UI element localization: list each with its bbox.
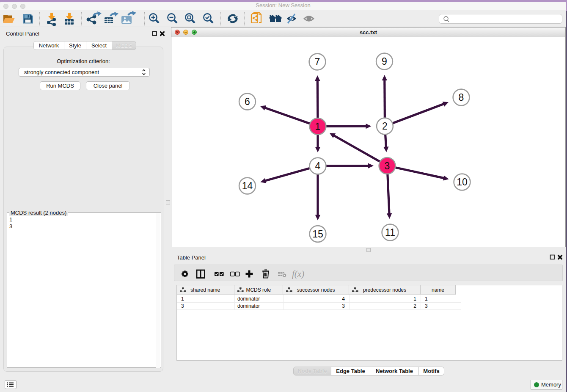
svg-text:1: 1 xyxy=(315,121,321,132)
svg-text:11: 11 xyxy=(385,227,395,238)
svg-text:4: 4 xyxy=(315,160,321,171)
svg-text:2: 2 xyxy=(382,121,388,132)
svg-text:6: 6 xyxy=(245,96,250,107)
svg-text:7: 7 xyxy=(315,56,320,67)
svg-text:14: 14 xyxy=(242,180,253,191)
svg-text:f(x): f(x) xyxy=(292,269,304,279)
svg-text:15: 15 xyxy=(312,229,323,240)
svg-text:3: 3 xyxy=(385,160,390,171)
svg-text:8: 8 xyxy=(459,92,464,103)
svg-text:10: 10 xyxy=(457,177,468,188)
svg-text:9: 9 xyxy=(382,56,387,67)
